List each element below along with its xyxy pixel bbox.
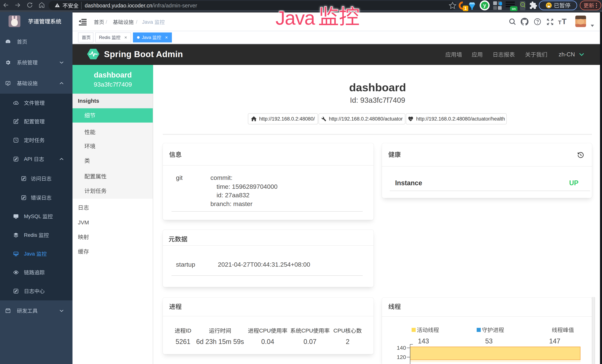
- svg-text:on: on: [512, 7, 516, 11]
- svg-text:y: y: [483, 2, 486, 8]
- svg-text:1: 1: [464, 6, 467, 11]
